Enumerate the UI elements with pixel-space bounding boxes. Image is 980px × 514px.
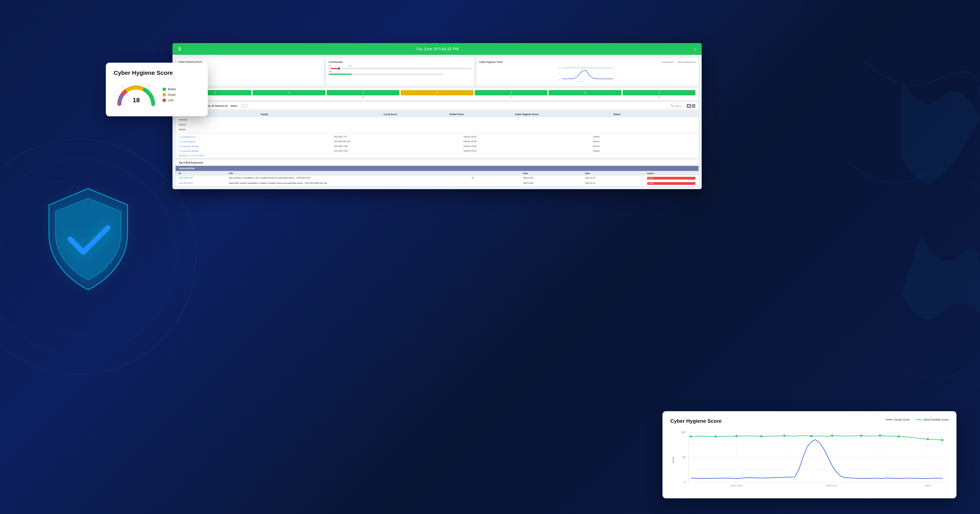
svg-text:100: 100 [681, 431, 686, 434]
view-icons [687, 104, 695, 108]
impact-badge-2: critical [647, 182, 695, 185]
datetime-display: Tue June 29 5:54:32 PM [416, 47, 459, 51]
good-color [163, 93, 166, 96]
contribution-slider [329, 68, 471, 69]
contribution-panel: Contribution IM CM PM [326, 58, 474, 86]
trend-panel: Cyber Hygiene Trend — Actual Score — Bes… [476, 58, 698, 86]
trend-header: Cyber Hygiene Trend — Actual Score — Bes… [479, 61, 696, 63]
svg-line-18 [122, 87, 123, 88]
low-color [163, 99, 166, 102]
gauge-chart: 18 0 100 20 40 60 [114, 80, 159, 109]
pagination: Showing 1 to 10 of 21 entries [176, 153, 698, 158]
sev-labels: 861186 [179, 96, 695, 98]
y-axis-label: Score [672, 457, 675, 463]
severity-row-panel: 0 0 0 0 0 0 0 861186 [176, 88, 698, 100]
svg-line-20 [150, 87, 150, 88]
sev-cell-4: 0 [401, 90, 473, 95]
status-checkbox-1[interactable] [241, 105, 244, 108]
trend-title: Cyber Hygiene Trend [479, 61, 503, 63]
score-card-title: Cyber Hygiene Score [114, 70, 200, 76]
group-row-licensee: licensee [176, 117, 698, 122]
status-label: Status: [231, 105, 238, 107]
svg-text:60: 60 [148, 85, 150, 87]
legend-actual: Actual Score [886, 418, 910, 421]
svg-point-49 [942, 439, 943, 441]
actual-line-legend [886, 419, 892, 420]
vuln-row-1: CVE-2023-3732 Type confusion vulnerabili… [176, 176, 698, 181]
group-row-ubuntu: ubuntu [176, 122, 698, 127]
chart-header: Cyber Hygiene Score Actual Score Best Po… [670, 418, 949, 424]
svg-point-43 [810, 435, 813, 437]
trend-legend: — Actual Score — Best Possible Score [660, 61, 696, 63]
svg-text:0: 0 [119, 105, 120, 107]
svg-text:0: 0 [684, 481, 686, 484]
legend-best: Best Possible Score [916, 418, 949, 421]
col-local: Local Score [384, 113, 449, 116]
shield-icon [39, 189, 157, 326]
device-row-3: ⚠ ip-service-2bootiq 192.168.1.146 Ubunt… [176, 144, 698, 149]
better-color [163, 88, 166, 91]
legend-better: Better [163, 87, 176, 91]
svg-point-40 [735, 435, 738, 437]
svg-text:2023-10-09: 2023-10-09 [730, 484, 742, 487]
svg-text:100: 100 [558, 67, 560, 68]
group-row-debian: debian [176, 127, 698, 132]
impact-badge-1: critical [647, 177, 695, 179]
device-row-1: ⚠ ip-service-1-ip 192.168.1.74 Ubuntu 18… [176, 135, 698, 139]
contribution-pm-bar [329, 74, 443, 75]
svg-point-42 [783, 435, 785, 437]
sev-cell-7: 0 [623, 90, 695, 95]
grid-view-icon[interactable] [687, 104, 691, 108]
status-icons [241, 105, 248, 108]
device-row-4: ⚠ ip-service-3bootiq 192.168.1.210 Ubunt… [176, 149, 698, 153]
status-checkbox-2[interactable] [245, 105, 248, 108]
dashboard-window: S Tue June 29 5:54:32 PM ⌂ Cyber Hygiene… [172, 43, 702, 189]
best-label: Best Possible Score [924, 418, 949, 421]
svg-point-48 [927, 438, 929, 440]
risk-title: Top 5 Risk Exposures [176, 160, 698, 166]
vuln-tab[interactable]: Vulnerabilities [176, 166, 698, 171]
home-icon[interactable]: ⌂ [694, 46, 696, 51]
sev-cell-5: 0 [475, 90, 547, 95]
col-family: Family [261, 113, 384, 116]
dashboard-header: S Tue June 29 5:54:32 PM ⌂ [172, 43, 702, 55]
col-global: Global Score [449, 113, 515, 116]
actual-label: Actual Score [894, 418, 910, 421]
contribution-labels: IM CM [329, 65, 471, 67]
svg-point-39 [714, 435, 717, 438]
score-content: 18 0 100 20 40 60 Better Good Low [114, 80, 200, 109]
contribution-title: Contribution [329, 61, 471, 63]
risk-exposures-panel: Top 5 Risk Exposures Vulnerabilities ID … [176, 160, 698, 186]
col-status: Status [614, 113, 695, 116]
svg-text:rollout: rollout [925, 484, 931, 487]
list-view-icon[interactable] [692, 104, 695, 108]
chart-with-axes: Score 100 50 0 [670, 428, 949, 492]
top-panels: Cyber Hygiene Score 18 0 100 Contributio… [176, 58, 698, 86]
vuln-row-2: CVE-2023-3013 Heap buffer overflow vulne… [176, 181, 698, 186]
svg-point-46 [879, 435, 881, 437]
svg-text:50: 50 [558, 73, 560, 74]
chart-canvas: 100 50 0 [678, 428, 949, 492]
device-header [176, 132, 698, 135]
svg-point-38 [689, 435, 692, 438]
hygiene-chart-title: Cyber Hygiene Score [670, 418, 722, 424]
best-legend: — Best Possible Score [676, 61, 696, 63]
svg-text:18: 18 [133, 97, 140, 103]
search-box[interactable]: 🔍 Search [668, 104, 684, 108]
legend-good: Good [163, 93, 176, 97]
logo: S [178, 46, 181, 52]
good-label: Good [168, 93, 175, 97]
dashboard-body: Cyber Hygiene Score 18 0 100 Contributio… [172, 55, 702, 189]
contribution-pm-label: PM [329, 71, 471, 73]
severity-grid: 0 0 0 0 0 0 0 [179, 90, 695, 95]
svg-point-44 [831, 435, 833, 437]
filter-bar: By: All Selected (4) Severity: All Selec… [176, 102, 698, 109]
chart-legend: Actual Score Best Possible Score [886, 418, 949, 421]
mini-trend-chart: 100 50 0 Over time [479, 65, 696, 82]
better-label: Better [168, 87, 176, 91]
sev-cell-6: 0 [549, 90, 621, 95]
svg-text:20: 20 [121, 85, 124, 87]
svg-point-47 [898, 435, 900, 438]
device-row-2: ⚠ ip-host-mgmt-1 192.168.100.104 Ubuntu … [176, 139, 698, 144]
svg-text:100: 100 [151, 105, 155, 107]
